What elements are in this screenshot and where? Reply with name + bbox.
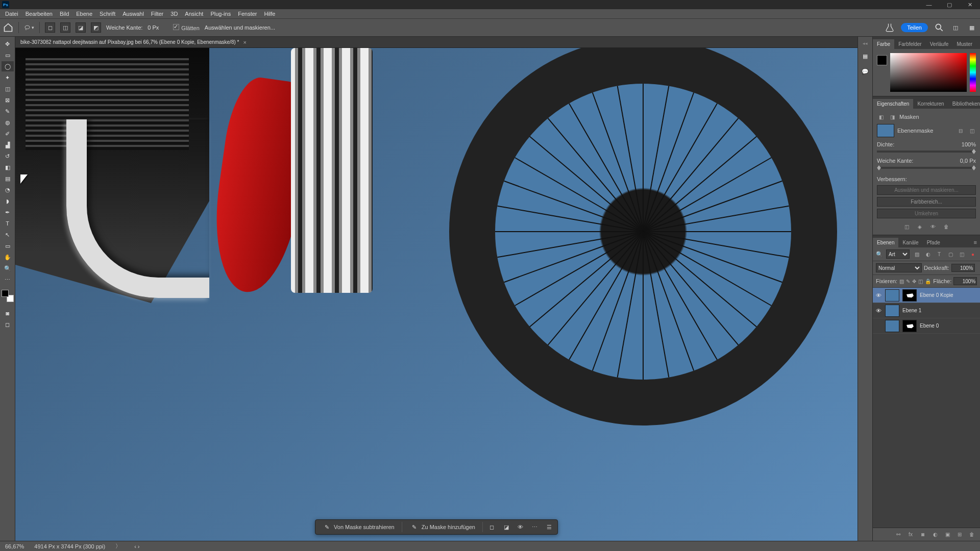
feather-mask-value[interactable]: 0,0 Px [960, 158, 976, 164]
vector-mask-icon[interactable]: ◨ [888, 113, 896, 121]
lock-transparency-icon[interactable]: ▨ [899, 277, 904, 285]
layer-row[interactable]: Ebene 0 [873, 318, 980, 334]
taskbar-invert-icon[interactable]: ◪ [501, 522, 511, 532]
lock-pixels-icon[interactable]: ✎ [906, 277, 910, 285]
add-to-mask-button[interactable]: ✎Zu Maske hinzufügen [406, 521, 478, 533]
disable-mask-icon[interactable]: 👁 [929, 222, 937, 231]
menu-bearbeiten[interactable]: Bearbeiten [26, 11, 53, 17]
eraser-tool[interactable]: ◧ [2, 162, 14, 172]
layer-filter-kind[interactable]: Art [886, 249, 910, 259]
search-icon[interactable] [934, 22, 944, 33]
move-tool[interactable]: ✥ [2, 39, 14, 49]
layer-thumbnail[interactable] [885, 320, 899, 332]
link-layers-icon[interactable]: ⚯ [894, 531, 902, 539]
menu-fenster[interactable]: Fenster [238, 11, 257, 17]
panel-menu-icon[interactable]: ≡ [971, 237, 980, 247]
mask-select-icon[interactable]: ◫ [968, 127, 976, 135]
filter-pixel-icon[interactable]: ▨ [913, 250, 921, 258]
window-minimize[interactable]: — [925, 2, 933, 8]
mask-link-icon[interactable]: ⊟ [957, 127, 965, 135]
menu-bild[interactable]: Bild [60, 11, 69, 17]
antialias-checkbox[interactable]: Glätten [173, 24, 199, 31]
select-and-mask-button[interactable]: Auswählen und maskieren... [205, 24, 275, 31]
layer-name[interactable]: Ebene 1 [902, 308, 921, 313]
menu-3d[interactable]: 3D [170, 11, 178, 17]
fill-input[interactable] [953, 277, 977, 285]
comments-panel-icon[interactable]: 💬 [860, 66, 870, 77]
group-icon[interactable]: ▣ [943, 531, 951, 539]
taskbar-settings-icon[interactable]: ☰ [544, 522, 554, 532]
marquee-tool[interactable]: ▭ [2, 50, 14, 60]
status-arrow[interactable]: 〉 [115, 542, 121, 550]
history-brush-tool[interactable]: ↺ [2, 151, 14, 161]
filter-toggle[interactable]: ● [969, 250, 977, 258]
eyedropper-tool[interactable]: ✎ [2, 106, 14, 116]
more-tools[interactable]: ⋯ [2, 274, 14, 285]
collapse-handle[interactable]: ◂◂ [863, 41, 868, 46]
layer-thumbnail[interactable] [885, 289, 899, 302]
healing-tool[interactable]: ◍ [2, 117, 14, 128]
selection-new-icon[interactable]: ◻ [45, 22, 55, 33]
tab-korrekturen[interactable]: Korrekturen [913, 99, 948, 109]
taskbar-eye-icon[interactable]: 👁 [516, 522, 526, 532]
frame-tool[interactable]: ⊠ [2, 95, 14, 105]
delete-layer-icon[interactable]: 🗑 [968, 531, 976, 539]
menu-auswahl[interactable]: Auswahl [122, 11, 144, 17]
share-button[interactable]: Teilen [901, 23, 928, 32]
filter-type-icon[interactable]: T [935, 250, 943, 258]
brush-tool[interactable]: ✐ [2, 129, 14, 139]
apply-mask-icon[interactable]: ◈ [916, 222, 924, 231]
beaker-icon[interactable] [885, 22, 895, 33]
quickmask-tool[interactable]: ◙ [2, 308, 14, 318]
menu-plugins[interactable]: Plug-ins [210, 11, 231, 17]
tab-farbe[interactable]: Farbe [873, 39, 894, 49]
window-close[interactable]: ✕ [966, 2, 974, 8]
zoom-level[interactable]: 66,67% [5, 543, 24, 549]
selection-subtract-icon[interactable]: ◪ [76, 22, 86, 33]
foreground-background-swatch[interactable] [877, 55, 887, 65]
tab-verlaeufe[interactable]: Verläufe [926, 39, 953, 49]
visibility-toggle[interactable]: 👁 [875, 292, 882, 298]
tab-muster[interactable]: Muster [952, 39, 976, 49]
close-tab-icon[interactable]: × [243, 39, 246, 45]
path-tool[interactable]: ↖ [2, 230, 14, 240]
lasso-tool[interactable]: ◯ [2, 61, 14, 71]
lasso-tool-icon[interactable]: ▾ [24, 22, 34, 33]
selection-intersect-icon[interactable]: ◩ [91, 22, 101, 33]
selection-add-icon[interactable]: ◫ [60, 22, 70, 33]
pixel-mask-icon[interactable]: ◧ [877, 113, 885, 121]
color-picker[interactable] [877, 53, 976, 92]
menu-schrift[interactable]: Schrift [100, 11, 115, 17]
invert-button[interactable]: Umkehren [877, 209, 976, 218]
layer-name[interactable]: Ebene 0 Kopie [920, 292, 953, 298]
dodge-tool[interactable]: ◗ [2, 196, 14, 206]
taskbar-select-icon[interactable]: ◻ [487, 522, 497, 532]
lock-position-icon[interactable]: ✥ [912, 277, 916, 285]
tab-kanaele[interactable]: Kanäle [898, 238, 922, 247]
panel-layout-icon[interactable]: ▦ [967, 22, 977, 33]
filter-shape-icon[interactable]: ▢ [946, 250, 954, 258]
delete-mask-icon[interactable]: 🗑 [942, 222, 950, 231]
layer-thumbnail[interactable] [885, 305, 899, 317]
tab-bibliotheken[interactable]: Bibliotheken [948, 99, 980, 109]
filter-smart-icon[interactable]: ◫ [958, 250, 966, 258]
stamp-tool[interactable]: ▟ [2, 140, 14, 150]
add-mask-icon[interactable]: ◙ [919, 531, 927, 539]
opacity-input[interactable] [951, 264, 975, 272]
crop-tool[interactable]: ◫ [2, 84, 14, 94]
visibility-toggle[interactable]: 👁 [875, 308, 882, 314]
tab-farbfelder[interactable]: Farbfelder [894, 39, 926, 49]
blend-mode-select[interactable]: Normal [876, 263, 922, 272]
color-range-button[interactable]: Farbbereich... [877, 197, 976, 207]
canvas[interactable]: ✎Von Maske subtrahieren ✎Zu Maske hinzuf… [15, 48, 857, 541]
layer-row[interactable]: 👁 Ebene 0 Kopie [873, 288, 980, 303]
menu-datei[interactable]: Datei [5, 11, 18, 17]
color-field[interactable] [890, 53, 967, 92]
gradient-tool[interactable]: ▤ [2, 173, 14, 184]
status-chevron[interactable]: ‹ › [134, 543, 139, 549]
history-panel-icon[interactable]: ▦ [860, 51, 870, 61]
type-tool[interactable]: T [2, 218, 14, 229]
hue-slider[interactable] [970, 53, 976, 92]
select-and-mask-prop-button[interactable]: Auswählen und maskieren... [877, 185, 976, 195]
magic-wand-tool[interactable]: ✦ [2, 72, 14, 83]
